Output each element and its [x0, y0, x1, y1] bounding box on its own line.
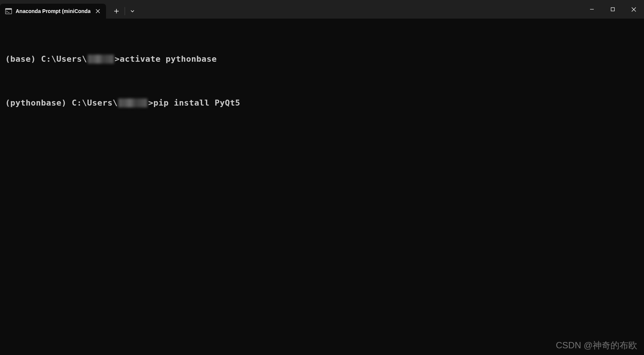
- terminal-icon: [5, 8, 12, 14]
- close-button[interactable]: [623, 0, 644, 19]
- minimize-button[interactable]: [581, 0, 602, 19]
- prompt-command-1: >activate pythonbase: [115, 54, 217, 65]
- tab-dropdown-button[interactable]: [126, 4, 138, 18]
- titlebar: Anaconda Prompt (miniConda: [0, 0, 644, 19]
- tab-active[interactable]: Anaconda Prompt (miniConda: [0, 4, 106, 19]
- prompt-prefix-2: (pythonbase) C:\Users\: [5, 97, 118, 109]
- terminal-line-1: (base) C:\Users\>activate pythonbase: [5, 54, 639, 65]
- tabs-area: Anaconda Prompt (miniConda: [0, 0, 581, 19]
- svg-rect-1: [6, 9, 12, 10]
- prompt-prefix-1: (base) C:\Users\: [5, 54, 87, 65]
- terminal-line-2: (pythonbase) C:\Users\>pip install PyQt5: [5, 97, 639, 109]
- terminal-content[interactable]: (base) C:\Users\>activate pythonbase (py…: [0, 19, 644, 135]
- tab-actions: [110, 4, 138, 19]
- tab-title: Anaconda Prompt (miniConda: [16, 8, 90, 14]
- new-tab-button[interactable]: [110, 4, 123, 18]
- tab-divider: [125, 7, 125, 15]
- redacted-username-2: [118, 99, 147, 107]
- maximize-button[interactable]: [602, 0, 623, 19]
- redacted-username-1: [88, 55, 114, 64]
- window-controls: [581, 0, 644, 19]
- tab-close-button[interactable]: [94, 7, 102, 15]
- watermark: CSDN @神奇的布欧: [556, 339, 637, 351]
- svg-rect-4: [611, 8, 615, 11]
- prompt-command-2: >pip install PyQt5: [148, 97, 240, 109]
